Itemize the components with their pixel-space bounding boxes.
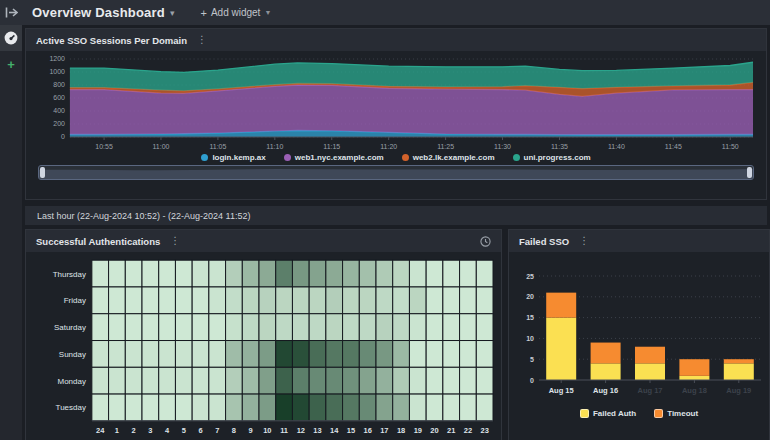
svg-text:20: 20 xyxy=(430,426,438,435)
legend-swatch xyxy=(654,409,663,418)
legend-swatch xyxy=(402,154,409,161)
chevron-down-icon: ▾ xyxy=(170,8,175,18)
svg-text:19: 19 xyxy=(414,426,422,435)
clock-icon xyxy=(480,236,491,247)
svg-text:16: 16 xyxy=(363,426,371,435)
widget-failed-sso: Failed SSO ⋮ 0510152025Aug 15Aug 16Aug 1… xyxy=(508,229,770,440)
svg-text:9: 9 xyxy=(249,426,253,435)
svg-text:Aug 16: Aug 16 xyxy=(593,386,618,395)
widget-successful-authentications: Successful Authentications ⋮ ThursdayFri… xyxy=(25,229,502,440)
svg-text:24: 24 xyxy=(96,426,105,435)
legend-item[interactable]: web2.lk.example.com xyxy=(402,153,495,162)
legend-item[interactable]: login.kemp.ax xyxy=(201,153,265,162)
svg-text:Tuesday: Tuesday xyxy=(56,403,86,412)
svg-text:800: 800 xyxy=(53,81,65,88)
legend-label: login.kemp.ax xyxy=(212,153,265,162)
svg-text:5: 5 xyxy=(182,426,186,435)
legend-label: web2.lk.example.com xyxy=(413,153,495,162)
svg-text:11:40: 11:40 xyxy=(608,143,625,150)
sidebar: + xyxy=(0,25,22,440)
widget-header: Successful Authentications ⋮ xyxy=(26,230,501,252)
slider-handle-right[interactable] xyxy=(747,167,752,178)
time-range-slider[interactable] xyxy=(38,165,754,180)
legend-item[interactable]: web1.nyc.example.com xyxy=(284,153,384,162)
svg-text:7: 7 xyxy=(215,426,219,435)
plus-icon: + xyxy=(200,7,206,19)
svg-text:11:10: 11:10 xyxy=(266,143,283,150)
svg-text:200: 200 xyxy=(53,120,65,127)
widget-title: Failed SSO xyxy=(519,236,569,247)
widget-title: Successful Authentications xyxy=(36,236,160,247)
legend-swatch xyxy=(580,409,589,418)
sidebar-item-dashboard[interactable] xyxy=(0,25,22,51)
time-range-bar: Last hour (22-Aug-2024 10:52) - (22-Aug-… xyxy=(25,206,767,225)
main-content: Active SSO Sessions Per Domain ⋮ 0200400… xyxy=(22,25,770,440)
svg-text:Thursday: Thursday xyxy=(53,270,86,279)
svg-text:20: 20 xyxy=(526,293,534,300)
svg-text:8: 8 xyxy=(232,426,236,435)
svg-text:11:15: 11:15 xyxy=(323,143,340,150)
widget-title: Active SSO Sessions Per Domain xyxy=(36,35,187,46)
svg-text:14: 14 xyxy=(330,426,339,435)
svg-text:Aug 15: Aug 15 xyxy=(549,386,574,395)
legend-swatch xyxy=(201,154,208,161)
svg-text:11:45: 11:45 xyxy=(665,143,682,150)
svg-text:4: 4 xyxy=(165,426,170,435)
svg-text:600: 600 xyxy=(53,94,65,101)
svg-text:Aug 19: Aug 19 xyxy=(726,386,751,395)
svg-text:Saturday: Saturday xyxy=(54,323,86,332)
area-chart-sso-sessions[interactable]: 02004006008001000120010:5511:0011:0511:1… xyxy=(34,54,758,152)
heatmap-successful-authentications[interactable]: ThursdayFridaySaturdaySundayMondayTuesda… xyxy=(30,257,497,440)
kebab-menu-icon[interactable]: ⋮ xyxy=(579,236,589,246)
add-widget-button[interactable]: + Add widget ▼ xyxy=(200,7,271,19)
legend-item[interactable]: Timeout xyxy=(654,409,698,418)
legend-label: uni.progress.com xyxy=(524,153,591,162)
dashboard-gauge-icon xyxy=(4,31,18,45)
svg-text:Monday: Monday xyxy=(58,377,86,386)
add-widget-label: Add widget xyxy=(211,7,260,18)
legend-label: web1.nyc.example.com xyxy=(295,153,384,162)
svg-text:400: 400 xyxy=(53,107,65,114)
svg-text:12: 12 xyxy=(297,426,305,435)
widget-header: Failed SSO ⋮ xyxy=(509,230,769,252)
expand-sidebar-icon xyxy=(5,7,18,18)
legend-item[interactable]: uni.progress.com xyxy=(513,153,591,162)
svg-text:10: 10 xyxy=(526,335,534,342)
legend-swatch xyxy=(513,154,520,161)
svg-text:11: 11 xyxy=(280,426,288,435)
time-range-label: Last hour (22-Aug-2024 10:52) - (22-Aug-… xyxy=(37,211,250,221)
svg-text:17: 17 xyxy=(380,426,388,435)
widget-header: Active SSO Sessions Per Domain ⋮ xyxy=(26,29,766,51)
sidebar-toggle-button[interactable] xyxy=(0,0,22,25)
svg-text:0: 0 xyxy=(530,377,534,384)
svg-text:0: 0 xyxy=(61,133,65,140)
bar-chart-legend: Failed AuthTimeout xyxy=(513,409,765,418)
svg-text:Aug 18: Aug 18 xyxy=(682,386,707,395)
svg-text:21: 21 xyxy=(447,426,455,435)
svg-text:3: 3 xyxy=(148,426,152,435)
svg-text:15: 15 xyxy=(526,314,534,321)
svg-text:23: 23 xyxy=(480,426,488,435)
bar-chart-failed-sso[interactable]: 0510152025Aug 15Aug 16Aug 17Aug 18Aug 19 xyxy=(513,260,765,408)
dashboard-screen: Overview Dashboard ▾ + Add widget ▼ + Ac… xyxy=(0,0,770,440)
kebab-menu-icon[interactable]: ⋮ xyxy=(170,236,180,246)
dashboard-title-dropdown[interactable]: Overview Dashboard ▾ xyxy=(32,5,174,20)
svg-text:22: 22 xyxy=(464,426,472,435)
top-bar: Overview Dashboard ▾ + Add widget ▼ xyxy=(0,0,770,25)
kebab-menu-icon[interactable]: ⋮ xyxy=(197,35,207,45)
slider-handle-left[interactable] xyxy=(40,167,45,178)
legend-label: Failed Auth xyxy=(593,409,636,418)
svg-text:1200: 1200 xyxy=(49,55,65,62)
svg-text:Friday: Friday xyxy=(64,296,86,305)
svg-text:Sunday: Sunday xyxy=(59,350,86,359)
svg-text:11:00: 11:00 xyxy=(153,143,170,150)
slider-preview-sparkline xyxy=(39,166,753,179)
svg-text:2: 2 xyxy=(132,426,136,435)
svg-text:11:30: 11:30 xyxy=(494,143,511,150)
sidebar-item-add[interactable]: + xyxy=(0,51,22,77)
legend-swatch xyxy=(284,154,291,161)
legend-item[interactable]: Failed Auth xyxy=(580,409,636,418)
dropdown-caret-icon: ▼ xyxy=(264,9,271,16)
svg-text:11:05: 11:05 xyxy=(209,143,226,150)
page-title: Overview Dashboard xyxy=(32,5,165,20)
